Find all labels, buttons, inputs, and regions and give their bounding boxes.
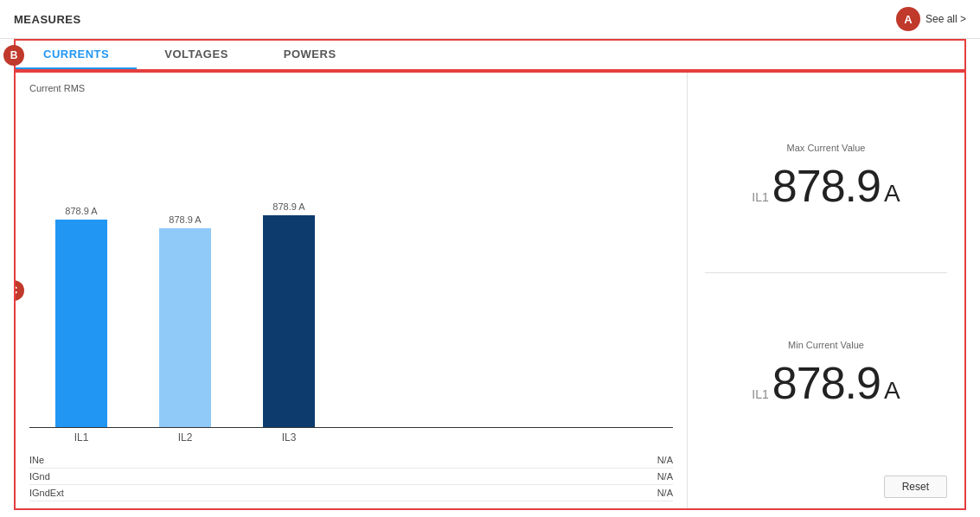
bar-rect-il3 (263, 215, 315, 427)
bar-value-il3: 878.9 A (272, 201, 304, 212)
bar-group-il2: 878.9 A (159, 214, 211, 427)
extra-row-igndext: IGndExtN/A (29, 485, 673, 501)
see-all-label: See all > (926, 13, 966, 25)
extra-row-ignd: IGndN/A (29, 469, 673, 485)
stat-divider (705, 272, 947, 273)
extra-row-label: IGndExt (29, 488, 64, 498)
tab-voltages[interactable]: VOLTAGES (137, 41, 256, 69)
bar-xlabel-il3: IL3 (263, 431, 315, 444)
max-stat-block: Max Current Value IL1 878.9 A (705, 83, 947, 272)
page-title: MEASURES (14, 13, 81, 26)
tab-powers[interactable]: POWERS (256, 41, 364, 69)
tab-currents[interactable]: CURRENTS (16, 41, 137, 69)
extra-row-ine: INeN/A (29, 452, 673, 469)
bar-group-il3: 878.9 A (263, 201, 315, 427)
reset-row: Reset (705, 469, 947, 498)
extra-row-value: N/A (657, 488, 673, 498)
min-stat-title: Min Current Value (705, 340, 947, 350)
bar-xlabel-il1: IL1 (55, 431, 107, 444)
badge-a: A (896, 7, 920, 31)
chart-panel: Current RMS 878.9 A878.9 A878.9 A IL1IL2… (16, 73, 688, 508)
max-stat-title: Max Current Value (705, 143, 947, 153)
bar-rect-il2 (159, 228, 211, 427)
bar-value-il1: 878.9 A (65, 206, 97, 216)
badge-b: B (3, 45, 24, 66)
bar-group-il1: 878.9 A (55, 206, 107, 427)
see-all-button[interactable]: A See all > (896, 7, 966, 31)
min-stat-value-row: IL1 878.9 A (705, 357, 947, 409)
bar-rect-il1 (55, 220, 107, 427)
bar-xlabel-il2: IL2 (159, 431, 211, 444)
max-stat-sub-label: IL1 (752, 190, 768, 204)
tab-bar: CURRENTS VOLTAGES POWERS (16, 41, 964, 69)
max-stat-value: 878.9 (772, 160, 881, 212)
extra-row-label: INe (29, 455, 44, 465)
app-container: MEASURES A See all > B CURRENTS VOLTAGES… (0, 0, 980, 517)
bar-chart: 878.9 A878.9 A878.9 A (29, 100, 673, 428)
extra-row-value: N/A (657, 471, 673, 482)
max-stat-value-row: IL1 878.9 A (705, 160, 947, 212)
header: MEASURES A See all > (0, 0, 980, 39)
min-stat-block: Min Current Value IL1 878.9 A (705, 280, 947, 469)
extra-rows: INeN/AIGndN/AIGndExtN/A (29, 452, 673, 501)
bar-value-il2: 878.9 A (169, 214, 201, 225)
stats-panel: Max Current Value IL1 878.9 A Min Curren… (688, 73, 964, 508)
min-stat-sub-label: IL1 (752, 387, 768, 401)
chart-section-label: Current RMS (29, 83, 673, 93)
max-stat-unit: A (884, 180, 900, 207)
extra-row-label: IGnd (29, 471, 50, 482)
reset-button[interactable]: Reset (884, 476, 947, 498)
extra-row-value: N/A (657, 455, 673, 465)
min-stat-value: 878.9 (772, 357, 881, 409)
min-stat-unit: A (884, 377, 900, 405)
